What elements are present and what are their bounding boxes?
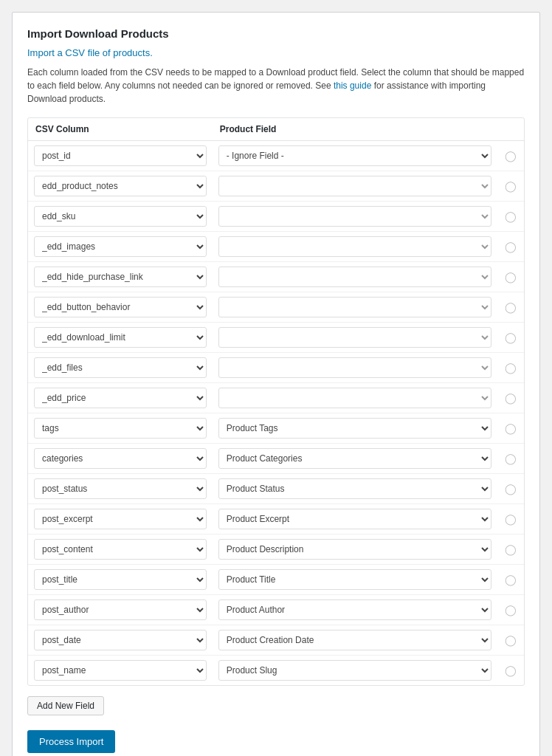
csv-column-select[interactable]: post_title — [34, 569, 207, 590]
product-field-select[interactable]: - Ignore Field -Product TitleProduct Des… — [218, 267, 491, 287]
product-field-select[interactable]: - Ignore Field -Product TitleProduct Des… — [218, 660, 491, 681]
this-guide-link[interactable]: this guide — [334, 80, 371, 91]
remove-row-icon[interactable]: ◯ — [505, 664, 517, 676]
col-field-header: Product Field — [213, 118, 497, 141]
remove-row-icon[interactable]: ◯ — [505, 301, 517, 313]
remove-row-icon[interactable]: ◯ — [505, 513, 517, 525]
csv-column-select[interactable]: _edd_download_limit — [34, 327, 207, 348]
product-field-select[interactable]: - Ignore Field -Product TitleProduct Des… — [218, 539, 491, 560]
product-field-select[interactable]: - Ignore Field -Product TitleProduct Des… — [218, 448, 491, 469]
remove-row-icon[interactable]: ◯ — [505, 271, 517, 283]
table-row: categories- Ignore Field -Product TitleP… — [28, 444, 524, 474]
table-row: post_id- Ignore Field -Product TitleProd… — [28, 141, 524, 171]
product-field-select[interactable]: - Ignore Field -Product TitleProduct Des… — [218, 206, 491, 227]
remove-row-icon[interactable]: ◯ — [505, 422, 517, 434]
table-row: _edd_files- Ignore Field -Product TitleP… — [28, 353, 524, 383]
product-field-select[interactable]: - Ignore Field -Product TitleProduct Des… — [218, 478, 491, 499]
table-row: _edd_images- Ignore Field -Product Title… — [28, 232, 524, 262]
product-field-select[interactable]: - Ignore Field -Product TitleProduct Des… — [218, 569, 491, 590]
csv-column-select[interactable]: post_name — [34, 660, 207, 681]
col-csv-header: CSV Column — [28, 118, 213, 141]
table-row: edd_product_notes- Ignore Field -Product… — [28, 171, 524, 202]
csv-column-select[interactable]: _edd_button_behavior — [34, 297, 207, 317]
table-row: post_name- Ignore Field -Product TitlePr… — [28, 656, 524, 686]
csv-column-select[interactable]: _edd_price — [34, 388, 207, 408]
mapping-table-wrapper: CSV Column Product Field post_id- Ignore… — [27, 117, 525, 686]
table-row: _edd_price- Ignore Field -Product TitleP… — [28, 383, 524, 413]
product-field-select[interactable]: - Ignore Field -Product TitleProduct Des… — [218, 145, 491, 166]
description-text: Each column loaded from the CSV needs to… — [27, 66, 525, 106]
csv-column-select[interactable]: categories — [34, 448, 207, 469]
product-field-select[interactable]: - Ignore Field -Product TitleProduct Des… — [218, 236, 491, 257]
table-row: post_title- Ignore Field -Product TitleP… — [28, 565, 524, 595]
csv-column-select[interactable]: _edd_hide_purchase_link — [34, 267, 207, 287]
csv-column-select[interactable]: post_content — [34, 539, 207, 560]
remove-row-icon[interactable]: ◯ — [505, 210, 517, 222]
csv-column-select[interactable]: post_excerpt — [34, 509, 207, 529]
remove-row-icon[interactable]: ◯ — [505, 574, 517, 585]
main-container: Import Download Products Import a CSV fi… — [12, 12, 540, 756]
remove-row-icon[interactable]: ◯ — [505, 543, 517, 555]
page-title: Import Download Products — [27, 27, 525, 40]
csv-column-select[interactable]: post_date — [34, 630, 207, 650]
remove-row-icon[interactable]: ◯ — [505, 180, 517, 192]
product-field-select[interactable]: - Ignore Field -Product TitleProduct Des… — [218, 630, 491, 650]
product-field-select[interactable]: - Ignore Field -Product TitleProduct Des… — [218, 599, 491, 620]
table-row: tags- Ignore Field -Product TitleProduct… — [28, 413, 524, 444]
product-field-select[interactable]: - Ignore Field -Product TitleProduct Des… — [218, 357, 491, 378]
remove-row-icon[interactable]: ◯ — [505, 362, 517, 374]
csv-column-select[interactable]: post_status — [34, 478, 207, 499]
table-row: post_date- Ignore Field -Product TitlePr… — [28, 625, 524, 656]
col-action-header — [497, 118, 524, 141]
product-field-select[interactable]: - Ignore Field -Product TitleProduct Des… — [218, 327, 491, 348]
table-row: post_author- Ignore Field -Product Title… — [28, 595, 524, 625]
table-row: _edd_download_limit- Ignore Field -Produ… — [28, 323, 524, 353]
csv-column-select[interactable]: _edd_images — [34, 236, 207, 257]
table-row: _edd_hide_purchase_link- Ignore Field -P… — [28, 262, 524, 292]
csv-column-select[interactable]: _edd_files — [34, 357, 207, 378]
product-field-select[interactable]: - Ignore Field -Product TitleProduct Des… — [218, 509, 491, 529]
product-field-select[interactable]: - Ignore Field -Product TitleProduct Des… — [218, 388, 491, 408]
remove-row-icon[interactable]: ◯ — [505, 604, 517, 616]
csv-column-select[interactable]: post_id — [34, 145, 207, 166]
table-row: edd_sku- Ignore Field -Product TitleProd… — [28, 202, 524, 232]
remove-row-icon[interactable]: ◯ — [505, 483, 517, 495]
table-row: _edd_button_behavior- Ignore Field -Prod… — [28, 292, 524, 323]
process-import-button[interactable]: Process Import — [27, 730, 115, 753]
table-row: post_status- Ignore Field -Product Title… — [28, 474, 524, 504]
remove-row-icon[interactable]: ◯ — [505, 453, 517, 464]
intro-text: Import a CSV file of products. — [27, 47, 525, 58]
csv-column-select[interactable]: post_author — [34, 599, 207, 620]
remove-row-icon[interactable]: ◯ — [505, 150, 517, 162]
csv-column-select[interactable]: edd_product_notes — [34, 176, 207, 196]
product-field-select[interactable]: - Ignore Field -Product TitleProduct Des… — [218, 297, 491, 317]
table-row: post_excerpt- Ignore Field -Product Titl… — [28, 504, 524, 535]
remove-row-icon[interactable]: ◯ — [505, 392, 517, 404]
product-field-select[interactable]: - Ignore Field -Product TitleProduct Des… — [218, 176, 491, 196]
csv-column-select[interactable]: tags — [34, 418, 207, 439]
table-row: post_content- Ignore Field -Product Titl… — [28, 535, 524, 565]
remove-row-icon[interactable]: ◯ — [505, 331, 517, 343]
remove-row-icon[interactable]: ◯ — [505, 241, 517, 252]
csv-column-select[interactable]: edd_sku — [34, 206, 207, 227]
add-new-field-button[interactable]: Add New Field — [27, 696, 104, 715]
mapping-table: CSV Column Product Field post_id- Ignore… — [28, 118, 524, 685]
remove-row-icon[interactable]: ◯ — [505, 634, 517, 646]
product-field-select[interactable]: - Ignore Field -Product TitleProduct Des… — [218, 418, 491, 439]
